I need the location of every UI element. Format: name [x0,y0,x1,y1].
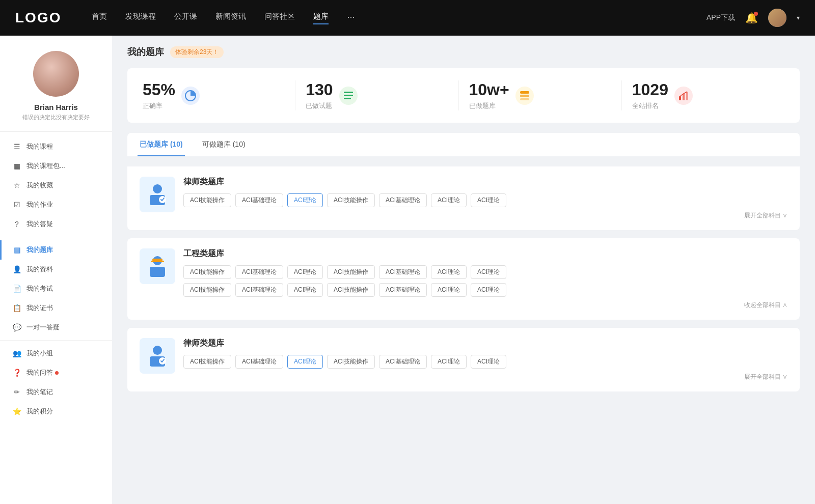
nav-link-qbank[interactable]: 题库 [313,12,329,24]
qbank-icon: ▤ [12,245,21,255]
sidebar-item-questions[interactable]: ❓ 我的问答 [0,363,112,382]
sidebar-item-homework[interactable]: ☑ 我的作业 [0,195,112,214]
tags-row-3: ACI技能操作 ACI基础理论 ACI理论 ACI技能操作 ACI基础理论 AC… [183,355,787,369]
tags-row-1: ACI技能操作 ACI基础理论 ACI理论 ACI技能操作 ACI基础理论 AC… [183,193,787,207]
sidebar-divider-1 [0,237,112,237]
questions-icon: ❓ [12,368,21,377]
tags-row-2b: ACI技能操作 ACI基础理论 ACI理论 ACI技能操作 ACI基础理论 AC… [183,283,787,297]
profile-motto: 错误的决定比没有决定要好 [22,114,90,121]
tag-2-9[interactable]: ACI基础理论 [235,283,283,297]
user-menu-chevron[interactable]: ▾ [797,14,800,21]
profile-name: Brian Harris [34,103,78,111]
user-avatar[interactable] [768,9,786,27]
nav-links: 首页 发现课程 公开课 新闻资讯 问答社区 题库 ··· [92,12,707,24]
tag-1-6[interactable]: ACI理论 [431,193,467,207]
app-download-button[interactable]: APP下载 [707,13,735,22]
nav-right: APP下载 🔔 ▾ [707,9,800,27]
tag-2-8[interactable]: ACI技能操作 [183,283,231,297]
tag-2-4[interactable]: ACI技能操作 [327,265,375,279]
list-icon [343,90,354,101]
accuracy-icon [181,87,200,105]
done-banks-number: 10w+ [469,80,509,99]
stat-accuracy: 55% 正确率 [143,80,295,110]
tag-2-13[interactable]: ACI理论 [431,283,467,297]
sidebar-item-one-on-one[interactable]: 💬 一对一答疑 [0,318,112,337]
done-questions-label: 已做试题 [306,101,333,110]
tag-1-4[interactable]: ACI技能操作 [327,193,375,207]
tag-3-7[interactable]: ACI理论 [471,355,506,369]
tag-1-7[interactable]: ACI理论 [471,193,506,207]
tabs-bar: 已做题库 (10) 可做题库 (10) [127,133,800,156]
tag-3-4[interactable]: ACI技能操作 [327,355,375,369]
tag-2-11[interactable]: ACI技能操作 [327,283,375,297]
profile-avatar [33,51,79,97]
done-questions-icon [339,87,358,105]
tabs-content-area: 已做题库 (10) 可做题库 (10) 律师类题库 [127,133,800,391]
expand-link-3[interactable]: 展开全部科目 ∨ [183,373,787,381]
tag-1-3[interactable]: ACI理论 [287,193,323,207]
notes-icon: ✏ [12,387,21,397]
notification-bell[interactable]: 🔔 [745,12,758,24]
trial-badge: 体验剩余23天！ [170,46,224,58]
sidebar-item-materials[interactable]: 👤 我的资料 [0,260,112,279]
stat-done-questions: 130 已做试题 [295,80,458,110]
qbank-info-1: 律师类题库 ACI技能操作 ACI基础理论 ACI理论 ACI技能操作 ACI基… [183,177,787,220]
tag-1-5[interactable]: ACI基础理论 [379,193,427,207]
tag-2-2[interactable]: ACI基础理论 [235,265,283,279]
done-banks-icon [515,87,534,105]
qbank-card-lawyer-1: 律师类题库 ACI技能操作 ACI基础理论 ACI理论 ACI技能操作 ACI基… [127,166,800,230]
qbank-info-3: 律师类题库 ACI技能操作 ACI基础理论 ACI理论 ACI技能操作 ACI基… [183,338,787,381]
nav-link-news[interactable]: 新闻资讯 [215,12,246,24]
tag-3-3[interactable]: ACI理论 [287,355,323,369]
nav-link-home[interactable]: 首页 [92,12,107,24]
nav-link-qa[interactable]: 问答社区 [264,12,295,24]
sidebar-item-favorites[interactable]: ☆ 我的收藏 [0,176,112,195]
tag-2-14[interactable]: ACI理论 [471,283,506,297]
tag-2-12[interactable]: ACI基础理论 [379,283,427,297]
nav-link-open[interactable]: 公开课 [174,12,197,24]
notification-dot [754,12,758,16]
pie-chart-icon [184,90,197,102]
sidebar-item-my-courses[interactable]: ☰ 我的课程 [0,137,112,156]
sidebar-item-qbank[interactable]: ▤ 我的题库 [0,240,112,260]
question-badge-dot [55,371,59,375]
sidebar-item-points[interactable]: ⭐ 我的积分 [0,402,112,421]
tag-1-2[interactable]: ACI基础理论 [235,193,283,207]
sidebar-item-course-packages[interactable]: ▦ 我的课程包... [0,156,112,176]
sidebar-item-my-qa[interactable]: ? 我的答疑 [0,214,112,234]
sidebar-item-exams[interactable]: 📄 我的考试 [0,279,112,298]
collapse-link-2[interactable]: 收起全部科目 ∧ [183,301,787,310]
tag-2-6[interactable]: ACI理论 [431,265,467,279]
tab-done-banks[interactable]: 已做题库 (10) [138,133,185,156]
expand-link-1[interactable]: 展开全部科目 ∨ [183,211,787,220]
qbank-title-2: 工程类题库 [183,248,787,259]
tag-3-5[interactable]: ACI基础理论 [379,355,427,369]
sidebar-item-certificates[interactable]: 📋 我的证书 [0,298,112,318]
done-questions-number: 130 [306,80,333,99]
svg-point-17 [153,346,162,355]
tag-2-1[interactable]: ACI技能操作 [183,265,231,279]
lawyer-person-icon [145,182,170,207]
tab-available-banks[interactable]: 可做题库 (10) [200,133,248,156]
tag-2-3[interactable]: ACI理论 [287,265,323,279]
qbank-header-3: 律师类题库 ACI技能操作 ACI基础理论 ACI理论 ACI技能操作 ACI基… [140,338,787,381]
sidebar-label-notes: 我的笔记 [26,387,53,397]
one-on-one-icon: 💬 [12,323,21,332]
tag-3-2[interactable]: ACI基础理论 [235,355,283,369]
nav-more-dots[interactable]: ··· [347,12,355,24]
sidebar-item-notes[interactable]: ✏ 我的笔记 [0,382,112,402]
tag-1-1[interactable]: ACI技能操作 [183,193,231,207]
tag-2-7[interactable]: ACI理论 [471,265,506,279]
tag-3-6[interactable]: ACI理论 [431,355,467,369]
materials-icon: 👤 [12,265,21,274]
accuracy-number: 55% [143,80,175,99]
nav-link-discover[interactable]: 发现课程 [125,12,156,24]
sidebar-item-groups[interactable]: 👥 我的小组 [0,344,112,363]
profile-section: Brian Harris 错误的决定比没有决定要好 [0,51,112,132]
tag-2-5[interactable]: ACI基础理论 [379,265,427,279]
tag-2-10[interactable]: ACI理论 [287,283,323,297]
bar-chart-icon [678,90,689,101]
qbank-title-1: 律师类题库 [183,177,787,187]
svg-rect-4 [520,91,529,94]
tag-3-1[interactable]: ACI技能操作 [183,355,231,369]
